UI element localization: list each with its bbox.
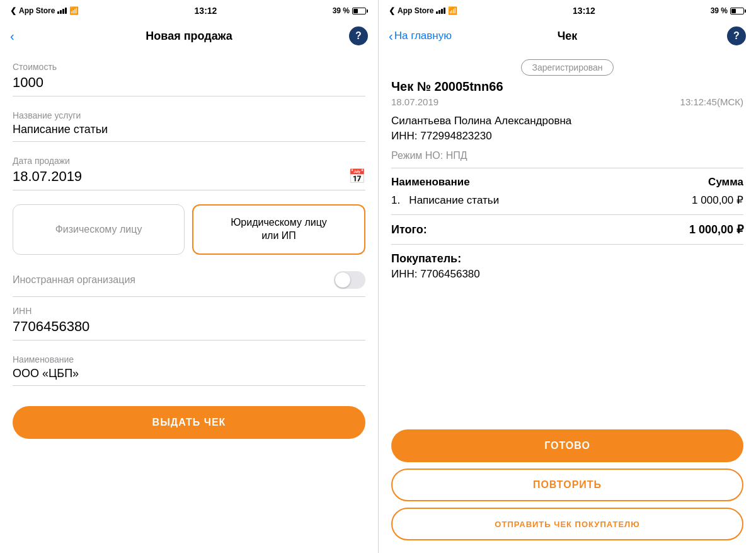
right-status-right: 39 % — [711, 6, 746, 15]
date-field-group: Дата продажи 18.07.2019 📅 — [13, 156, 365, 195]
tax-mode: Режим НО: НПД — [391, 150, 743, 168]
right-back-button[interactable]: ‹ На главную — [389, 30, 452, 42]
buyer-title: Покупатель: — [391, 252, 743, 265]
left-help-button[interactable]: ? — [349, 26, 368, 45]
col-name-header: Наименование — [391, 176, 470, 189]
buyer-section: Покупатель: ИНН: 7706456380 — [391, 245, 743, 288]
right-back-chevron: ‹ — [389, 30, 393, 42]
receipt-meta-row: 18.07.2019 13:12:45(МСК) — [391, 96, 743, 107]
left-back-button[interactable]: ‹ — [10, 30, 14, 42]
cost-label: Стоимость — [13, 62, 365, 72]
date-label: Дата продажи — [13, 156, 365, 166]
item-number: 1. — [391, 194, 400, 206]
battery-icon — [352, 8, 368, 15]
inn-field-group: ИНН 7706456380 — [13, 306, 365, 346]
left-back-chevron: ‹ — [10, 30, 14, 42]
repeat-button[interactable]: ПОВТОРИТЬ — [391, 469, 743, 501]
right-back-text: На главную — [394, 30, 452, 42]
left-page-title: Новая продажа — [146, 30, 232, 43]
left-phone-screen: ❮ App Store 📶 13:12 39 % — [0, 0, 378, 553]
receipt-number: Чек № 20005tnn66 — [391, 79, 743, 94]
legal-recipient-label: Юридическому лицуили ИП — [231, 216, 327, 243]
name-field-group: Наименование ООО «ЦБП» — [13, 354, 365, 391]
receipt-table-header: Наименование Сумма — [391, 176, 743, 189]
issue-receipt-button[interactable]: ВЫДАТЬ ЧЕК — [13, 406, 365, 439]
left-battery-label: 39 % — [333, 6, 350, 15]
bottom-buttons: ГОТОВО ПОВТОРИТЬ ОТПРАВИТЬ ЧЕК ПОКУПАТЕЛ… — [379, 424, 756, 553]
foreign-org-toggle[interactable] — [334, 271, 365, 289]
col-sum-header: Сумма — [708, 176, 743, 189]
right-battery-label: 39 % — [711, 6, 728, 15]
right-signal-bars — [436, 8, 445, 14]
left-status-left: ❮ App Store 📶 — [10, 6, 79, 15]
done-button[interactable]: ГОТОВО — [391, 429, 743, 462]
left-store-label: App Store — [19, 6, 55, 15]
right-nav-bar: ‹ На главную Чек ? — [379, 20, 756, 53]
date-value-row: 18.07.2019 📅 — [13, 168, 365, 190]
service-label: Название услуги — [13, 110, 365, 120]
service-value[interactable]: Написание статьи — [13, 123, 365, 142]
individual-recipient-button[interactable]: Физическому лицу — [13, 204, 185, 255]
left-status-bar: ❮ App Store 📶 13:12 39 % — [0, 0, 378, 20]
right-status-time: 13:12 — [573, 6, 595, 16]
item-price: 1 000,00 ₽ — [692, 194, 743, 207]
receipt-date: 18.07.2019 — [391, 96, 438, 107]
right-phone-screen: ❮ App Store 📶 13:12 39 % — [378, 0, 756, 553]
right-page-title: Чек — [558, 30, 578, 43]
cost-field-group: Стоимость 1000 — [13, 62, 365, 102]
calendar-icon[interactable]: 📅 — [348, 168, 365, 185]
foreign-org-label: Иностранная организация — [13, 274, 135, 286]
right-back-icon-status: ❮ — [389, 6, 395, 15]
right-status-left: ❮ App Store 📶 — [389, 6, 457, 15]
date-value[interactable]: 18.07.2019 — [13, 168, 82, 185]
inn-label: ИНН — [13, 306, 365, 316]
right-status-bar: ❮ App Store 📶 13:12 39 % — [379, 0, 756, 20]
right-battery-icon — [730, 8, 746, 15]
buyer-inn: ИНН: 7706456380 — [391, 268, 743, 281]
left-status-time: 13:12 — [195, 6, 217, 16]
total-label: Итого: — [391, 223, 427, 236]
seller-inn: ИНН: 772994823230 — [391, 130, 743, 143]
left-status-right: 39 % — [333, 6, 368, 15]
right-help-button[interactable]: ? — [727, 26, 746, 45]
item-name: 1. Написание статьи — [391, 194, 499, 207]
toggle-thumb — [335, 272, 350, 288]
signal-bars — [57, 8, 67, 14]
receipt-item-row: 1. Написание статьи 1 000,00 ₽ — [391, 194, 743, 215]
total-amount: 1 000,00 ₽ — [689, 223, 743, 236]
receipt-time: 13:12:45(МСК) — [680, 96, 743, 107]
right-store-label: App Store — [398, 6, 433, 15]
right-wifi-icon: 📶 — [448, 6, 457, 15]
wifi-icon: 📶 — [69, 6, 79, 15]
name-label: Наименование — [13, 354, 365, 364]
seller-name: Силантьева Полина Александровна — [391, 115, 743, 127]
left-screen-content: Стоимость 1000 Название услуги Написание… — [0, 53, 378, 553]
right-screen-content: Зарегистрирован Чек № 20005tnn66 18.07.2… — [379, 53, 756, 424]
foreign-org-row: Иностранная организация — [13, 264, 365, 297]
service-field-group: Название услуги Написание статьи — [13, 110, 365, 147]
left-nav-bar: ‹ Новая продажа ? — [0, 20, 378, 53]
receipt-total-row: Итого: 1 000,00 ₽ — [391, 215, 743, 245]
back-icon-status: ❮ — [10, 6, 16, 15]
send-receipt-button[interactable]: ОТПРАВИТЬ ЧЕК ПОКУПАТЕЛЮ — [391, 508, 743, 540]
name-value[interactable]: ООО «ЦБП» — [13, 367, 365, 386]
issue-btn-container: ВЫДАТЬ ЧЕК — [13, 396, 365, 451]
legal-recipient-button[interactable]: Юридическому лицуили ИП — [192, 204, 365, 255]
item-name-text: Написание статьи — [409, 194, 499, 206]
cost-value[interactable]: 1000 — [13, 74, 365, 96]
status-badge-container: Зарегистрирован — [391, 53, 743, 79]
recipient-buttons-group: Физическому лицу Юридическому лицуили ИП — [13, 204, 365, 255]
status-badge: Зарегистрирован — [521, 59, 613, 76]
receipt-section: Чек № 20005tnn66 18.07.2019 13:12:45(МСК… — [391, 79, 743, 293]
inn-value[interactable]: 7706456380 — [13, 318, 365, 341]
